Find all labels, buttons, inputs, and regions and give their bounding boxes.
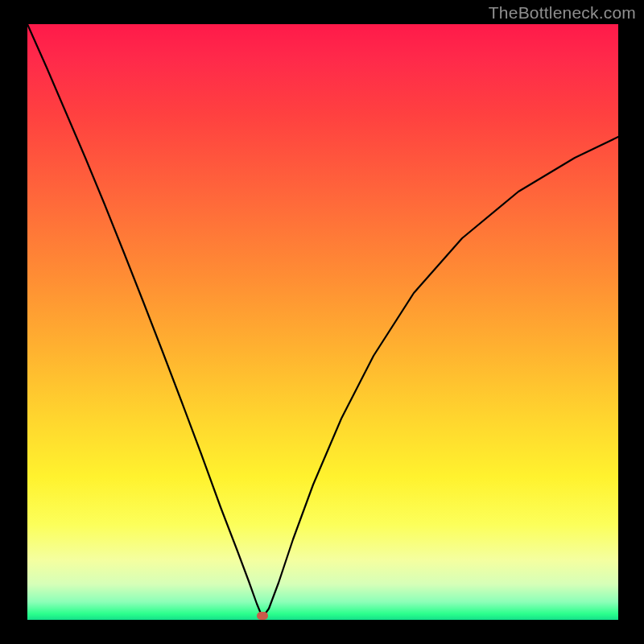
curve-minimum-marker — [257, 612, 268, 620]
curve-path — [27, 24, 618, 617]
bottleneck-curve — [27, 24, 618, 620]
watermark-text: TheBottleneck.com — [489, 3, 636, 23]
plot-area — [27, 24, 618, 620]
outer-frame: TheBottleneck.com — [0, 0, 644, 644]
